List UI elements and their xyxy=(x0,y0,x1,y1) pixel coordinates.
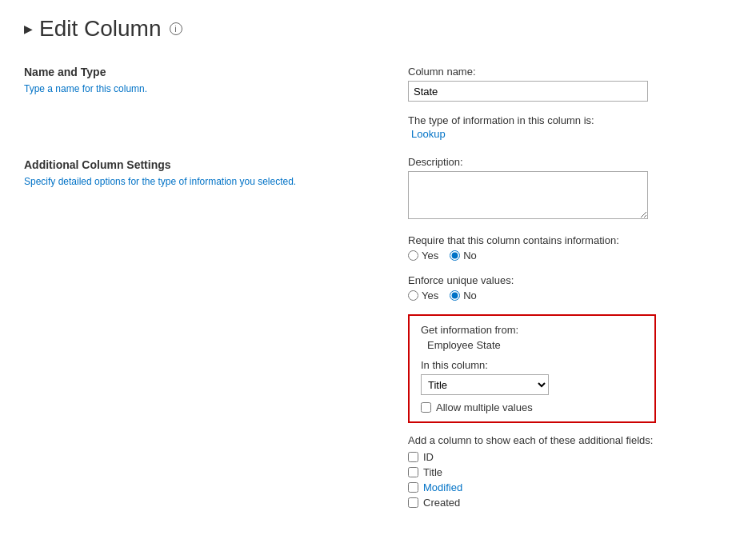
description-label: Description: xyxy=(408,156,732,168)
enforce-yes-radio[interactable]: Yes xyxy=(408,289,438,301)
add-modified-label: Modified xyxy=(423,481,462,493)
additional-column-section: Additional Column Settings Specify detai… xyxy=(24,158,376,187)
type-info-group: The type of information in this column i… xyxy=(408,114,732,140)
info-icon[interactable]: i xyxy=(170,22,182,35)
add-created-checkbox[interactable]: Created xyxy=(408,497,732,509)
get-info-label: Get information from: xyxy=(421,324,643,336)
type-value: Lookup xyxy=(411,128,446,140)
add-title-input[interactable] xyxy=(408,467,418,477)
additional-section-desc: Specify detailed options for the type of… xyxy=(24,176,376,187)
type-info-label: The type of information in this column i… xyxy=(408,114,732,126)
in-column-select[interactable]: Title ID Modified Created xyxy=(421,374,549,395)
in-column-label: In this column: xyxy=(421,359,643,371)
require-yes-label: Yes xyxy=(422,250,438,262)
enforce-yes-input[interactable] xyxy=(408,290,418,301)
enforce-no-label: No xyxy=(463,289,477,301)
name-type-title: Name and Type xyxy=(24,66,376,78)
require-label: Require that this column contains inform… xyxy=(408,234,732,246)
in-column-select-wrapper: Title ID Modified Created xyxy=(421,374,643,395)
add-fields-label: Add a column to show each of these addit… xyxy=(408,434,732,446)
allow-multiple-checkbox[interactable]: Allow multiple values xyxy=(421,401,643,413)
add-title-label: Title xyxy=(423,466,442,478)
require-no-radio[interactable]: No xyxy=(450,250,477,262)
enforce-label: Enforce unique values: xyxy=(408,274,732,286)
add-id-label: ID xyxy=(423,451,434,463)
allow-multiple-label: Allow multiple values xyxy=(436,401,533,413)
arrow-icon: ▶ xyxy=(24,22,33,35)
add-title-checkbox[interactable]: Title xyxy=(408,466,732,478)
additional-fields-list: ID Title Modified Created xyxy=(408,451,732,509)
add-id-checkbox[interactable]: ID xyxy=(408,451,732,463)
description-input[interactable] xyxy=(408,171,648,219)
add-modified-input[interactable] xyxy=(408,482,418,493)
left-panel: Name and Type Type a name for this colum… xyxy=(24,66,408,521)
name-type-desc: Type a name for this column. xyxy=(24,83,376,94)
allow-multiple-input[interactable] xyxy=(421,402,431,413)
enforce-group: Enforce unique values: Yes No xyxy=(408,274,732,301)
add-created-label: Created xyxy=(423,497,460,509)
column-name-label: Column name: xyxy=(408,66,732,78)
additional-section-title: Additional Column Settings xyxy=(24,158,376,171)
page-title-area: ▶ Edit Column i xyxy=(24,16,732,42)
main-layout: Name and Type Type a name for this colum… xyxy=(24,66,732,521)
column-name-group: Column name: xyxy=(408,66,732,102)
right-panel: Column name: The type of information in … xyxy=(408,66,732,521)
require-no-label: No xyxy=(463,250,477,262)
add-id-input[interactable] xyxy=(408,452,418,462)
require-yes-radio[interactable]: Yes xyxy=(408,250,438,262)
page-title: Edit Column xyxy=(39,16,162,42)
require-radio-group: Yes No xyxy=(408,250,732,262)
column-name-input[interactable] xyxy=(408,81,648,102)
require-no-input[interactable] xyxy=(450,250,460,261)
enforce-yes-label: Yes xyxy=(422,289,438,301)
name-type-section: Name and Type Type a name for this colum… xyxy=(24,66,376,94)
add-modified-checkbox[interactable]: Modified xyxy=(408,481,732,493)
require-group: Require that this column contains inform… xyxy=(408,234,732,262)
enforce-no-input[interactable] xyxy=(450,290,460,301)
add-created-input[interactable] xyxy=(408,497,418,508)
get-info-value: Employee State xyxy=(427,339,643,351)
enforce-radio-group: Yes No xyxy=(408,289,732,301)
description-group: Description: xyxy=(408,156,732,222)
enforce-no-radio[interactable]: No xyxy=(450,289,477,301)
get-info-box: Get information from: Employee State In … xyxy=(408,314,656,423)
add-fields-group: Add a column to show each of these addit… xyxy=(408,434,732,509)
require-yes-input[interactable] xyxy=(408,250,418,261)
